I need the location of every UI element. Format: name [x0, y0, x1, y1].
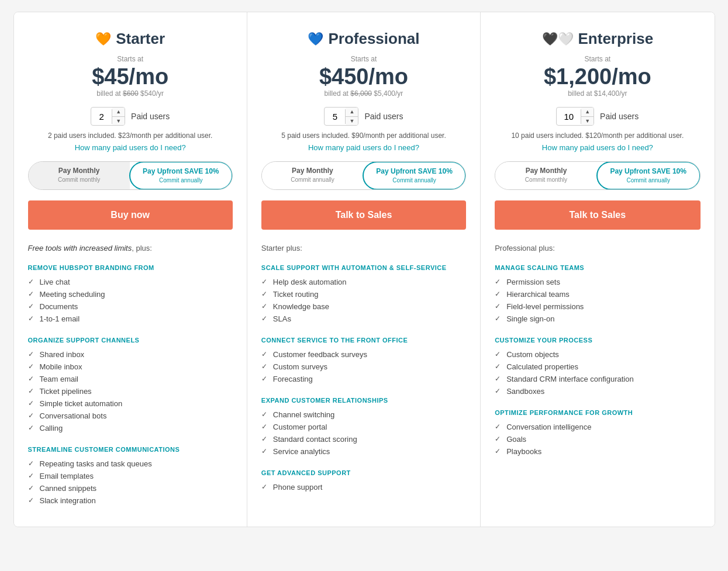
feature-item-enterprise-0-1: Hierarchical teams [495, 288, 700, 300]
billed-enterprise: billed at $14,400/yr [495, 89, 700, 98]
stepper-down-professional[interactable]: ▼ [346, 117, 358, 126]
toggle-monthly-professional[interactable]: Pay Monthly Commit annually [262, 162, 363, 189]
plan-icon-starter: 🧡 [95, 32, 111, 47]
stepper-up-professional[interactable]: ▲ [346, 108, 358, 117]
feature-list-starter-0: Live chat Meeting scheduling Documents 1… [28, 276, 233, 325]
feature-item-professional-2-0: Channel switching [261, 409, 466, 421]
how-many-link-enterprise[interactable]: How many paid users do I need? [495, 143, 700, 152]
feature-item-professional-3-0: Phone support [261, 481, 466, 493]
user-stepper-starter[interactable]: 2 ▲ ▼ [91, 107, 125, 126]
feature-item-professional-2-1: Customer portal [261, 421, 466, 433]
billing-toggle-starter: Pay Monthly Commit monthly Pay Upfront S… [28, 161, 233, 190]
feature-item-starter-1-4: Simple ticket automation [28, 397, 233, 410]
paid-users-label-starter: Paid users [131, 112, 170, 121]
feature-item-enterprise-2-1: Goals [495, 433, 700, 445]
toggle-monthly-starter[interactable]: Pay Monthly Commit monthly [29, 162, 130, 189]
feature-item-starter-2-0: Repeating tasks and task queues [28, 458, 233, 470]
users-info-professional: 5 paid users included. $90/month per add… [261, 131, 466, 140]
feature-list-professional-1: Customer feedback surveys Custom surveys… [261, 348, 466, 385]
feature-list-starter-2: Repeating tasks and task queues Email te… [28, 458, 233, 507]
plan-desc-professional: Starter plus: [261, 244, 466, 252]
feature-item-enterprise-0-3: Single sign-on [495, 313, 700, 325]
toggle-upfront-starter[interactable]: Pay Upfront SAVE 10% Commit annually [129, 161, 233, 190]
toggle-monthly-enterprise[interactable]: Pay Monthly Commit monthly [495, 162, 597, 189]
feature-category-starter-2: STREAMLINE CUSTOMER COMMUNICATIONS [28, 446, 233, 453]
feature-item-starter-1-0: Shared inbox [28, 348, 233, 361]
user-stepper-professional[interactable]: 5 ▲ ▼ [324, 107, 358, 126]
plan-col-enterprise: 🖤🤍 Enterprise Starts at $1,200/mo billed… [481, 12, 714, 527]
feature-category-enterprise-1: CUSTOMIZE YOUR PROCESS [495, 337, 700, 344]
stepper-up-starter[interactable]: ▲ [112, 108, 125, 117]
feature-item-starter-1-3: Ticket pipelines [28, 385, 233, 397]
feature-item-professional-0-3: SLAs [261, 313, 466, 325]
feature-item-professional-1-0: Customer feedback surveys [261, 348, 466, 361]
price-enterprise: $1,200/mo [495, 64, 700, 89]
cta-button-professional[interactable]: Talk to Sales [261, 200, 466, 230]
feature-item-starter-1-2: Team email [28, 373, 233, 385]
users-info-starter: 2 paid users included. $23/month per add… [28, 131, 233, 140]
stepper-value-starter: 2 [91, 109, 112, 124]
price-professional: $450/mo [261, 64, 466, 89]
feature-item-starter-2-2: Canned snippets [28, 482, 233, 494]
plan-header-starter: 🧡 Starter Starts at $45/mo billed at $60… [28, 30, 233, 98]
plan-name-enterprise: Enterprise [578, 30, 654, 48]
user-stepper-enterprise[interactable]: 10 ▲ ▼ [556, 107, 594, 126]
how-many-link-professional[interactable]: How many paid users do I need? [261, 143, 466, 152]
starts-at-professional: Starts at [261, 55, 466, 63]
billing-toggle-enterprise: Pay Monthly Commit monthly Pay Upfront S… [495, 161, 700, 190]
cta-button-starter[interactable]: Buy now [28, 200, 233, 230]
feature-item-starter-2-3: Slack integration [28, 494, 233, 507]
plan-name-professional: Professional [328, 30, 419, 48]
feature-list-professional-3: Phone support [261, 481, 466, 493]
feature-list-starter-1: Shared inbox Mobile inbox Team email Tic… [28, 348, 233, 434]
plan-desc-enterprise: Professional plus: [495, 244, 700, 252]
starts-at-enterprise: Starts at [495, 55, 700, 63]
billed-starter: billed at $600 $540/yr [28, 89, 233, 98]
stepper-value-professional: 5 [325, 109, 346, 124]
feature-item-starter-1-6: Calling [28, 422, 233, 434]
plan-col-professional: 💙 Professional Starts at $450/mo billed … [247, 12, 481, 527]
feature-list-enterprise-2: Conversation intelligence Goals Playbook… [495, 421, 700, 458]
feature-item-enterprise-1-1: Calculated properties [495, 361, 700, 373]
price-starter: $45/mo [28, 64, 233, 89]
feature-list-professional-0: Help desk automation Ticket routing Know… [261, 276, 466, 325]
plan-icon-enterprise: 🖤🤍 [542, 32, 574, 47]
plan-desc-starter: Free tools with increased limits, plus: [28, 244, 233, 252]
feature-category-enterprise-0: MANAGE SCALING TEAMS [495, 264, 700, 271]
feature-item-starter-1-5: Conversational bots [28, 410, 233, 422]
pricing-grid: 🧡 Starter Starts at $45/mo billed at $60… [13, 12, 715, 527]
feature-item-enterprise-0-2: Field-level permissions [495, 300, 700, 313]
feature-category-professional-0: SCALE SUPPORT WITH AUTOMATION & SELF-SER… [261, 264, 466, 271]
feature-category-professional-3: GET ADVANCED SUPPORT [261, 469, 466, 476]
feature-item-professional-0-2: Knowledge base [261, 300, 466, 313]
how-many-link-starter[interactable]: How many paid users do I need? [28, 143, 233, 152]
plan-name-starter: Starter [116, 30, 165, 48]
feature-item-professional-0-1: Ticket routing [261, 288, 466, 300]
feature-item-enterprise-1-3: Sandboxes [495, 385, 700, 397]
users-info-enterprise: 10 paid users included. $120/month per a… [495, 131, 700, 140]
paid-users-label-professional: Paid users [364, 112, 403, 121]
stepper-down-starter[interactable]: ▼ [112, 117, 125, 126]
stepper-up-enterprise[interactable]: ▲ [581, 108, 594, 117]
feature-item-professional-2-3: Service analytics [261, 445, 466, 458]
feature-item-enterprise-0-0: Permission sets [495, 276, 700, 288]
feature-item-enterprise-2-2: Playbooks [495, 445, 700, 458]
feature-item-starter-1-1: Mobile inbox [28, 361, 233, 373]
feature-item-professional-1-1: Custom surveys [261, 361, 466, 373]
plan-col-starter: 🧡 Starter Starts at $45/mo billed at $60… [14, 12, 247, 527]
cta-button-enterprise[interactable]: Talk to Sales [495, 200, 700, 230]
feature-item-enterprise-1-2: Standard CRM interface configuration [495, 373, 700, 385]
feature-category-starter-0: REMOVE HUBSPOT BRANDING FROM [28, 264, 233, 271]
feature-item-starter-2-1: Email templates [28, 470, 233, 482]
feature-category-starter-1: ORGANIZE SUPPORT CHANNELS [28, 337, 233, 344]
feature-item-professional-2-2: Standard contact scoring [261, 433, 466, 445]
stepper-value-enterprise: 10 [557, 109, 581, 124]
stepper-down-enterprise[interactable]: ▼ [581, 117, 594, 126]
feature-category-enterprise-2: OPTIMIZE PERFORMANCE FOR GROWTH [495, 409, 700, 416]
plan-icon-professional: 💙 [308, 32, 323, 47]
feature-item-professional-1-2: Forecasting [261, 373, 466, 385]
toggle-upfront-enterprise[interactable]: Pay Upfront SAVE 10% Commit annually [596, 161, 701, 190]
toggle-upfront-professional[interactable]: Pay Upfront SAVE 10% Commit annually [363, 161, 466, 190]
feature-category-professional-1: CONNECT SERVICE TO THE FRONT OFFICE [261, 337, 466, 344]
users-row-starter: 2 ▲ ▼ Paid users [28, 107, 233, 126]
